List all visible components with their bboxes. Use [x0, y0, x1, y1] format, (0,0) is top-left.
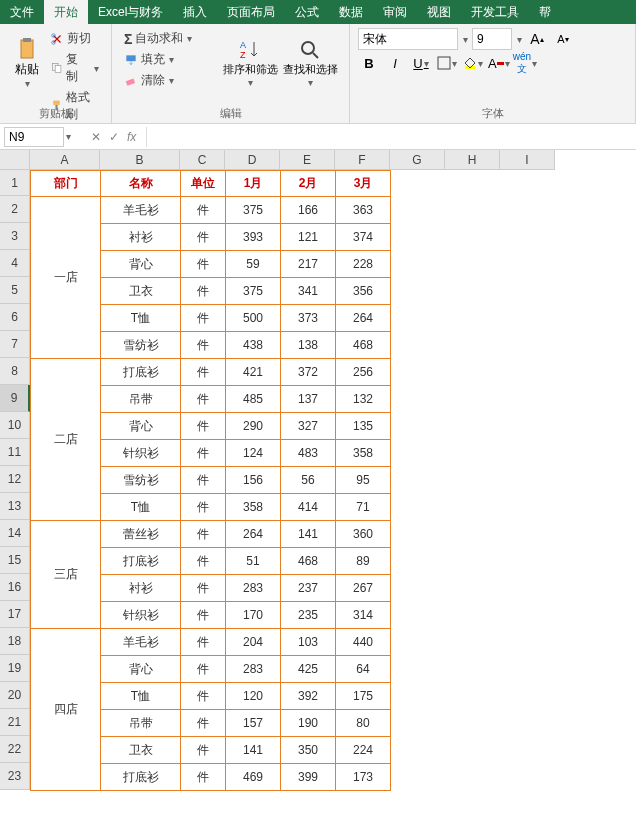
table-cell[interactable]: 件 [181, 278, 226, 305]
col-header-C[interactable]: C [180, 150, 225, 170]
table-header[interactable]: 单位 [181, 171, 226, 197]
table-cell[interactable]: 件 [181, 629, 226, 656]
table-cell[interactable]: 290 [226, 413, 281, 440]
table-cell[interactable]: 件 [181, 359, 226, 386]
table-cell[interactable]: 372 [281, 359, 336, 386]
row-header-20[interactable]: 20 [0, 682, 30, 709]
table-cell[interactable]: 314 [336, 602, 391, 629]
table-cell[interactable]: 件 [181, 305, 226, 332]
table-cell[interactable]: 背心 [101, 251, 181, 278]
table-cell[interactable]: 件 [181, 413, 226, 440]
table-cell[interactable]: 190 [281, 710, 336, 737]
table-cell[interactable]: 483 [281, 440, 336, 467]
table-cell[interactable]: 170 [226, 602, 281, 629]
table-cell[interactable]: 121 [281, 224, 336, 251]
table-cell[interactable]: 打底衫 [101, 764, 181, 791]
row-header-4[interactable]: 4 [0, 250, 30, 277]
sort-filter-button[interactable]: AZ 排序和筛选▾ [220, 28, 280, 98]
table-cell[interactable]: 256 [336, 359, 391, 386]
fx-icon[interactable]: fx [127, 130, 136, 144]
menu-item-9[interactable]: 开发工具 [461, 0, 529, 24]
table-cell[interactable]: 267 [336, 575, 391, 602]
table-cell[interactable]: 392 [281, 683, 336, 710]
table-cell[interactable]: 件 [181, 683, 226, 710]
table-cell[interactable]: 228 [336, 251, 391, 278]
table-cell[interactable]: 件 [181, 332, 226, 359]
table-cell[interactable]: 衬衫 [101, 575, 181, 602]
row-header-8[interactable]: 8 [0, 358, 30, 385]
table-cell[interactable]: 350 [281, 737, 336, 764]
autosum-button[interactable]: Σ 自动求和▾ [120, 28, 220, 49]
table-cell[interactable]: 399 [281, 764, 336, 791]
table-header[interactable]: 名称 [101, 171, 181, 197]
table-cell[interactable]: 95 [336, 467, 391, 494]
table-cell[interactable]: 51 [226, 548, 281, 575]
cells-area[interactable]: 部门名称单位1月2月3月一店羊毛衫件375166363衬衫件393121374背… [30, 170, 391, 791]
table-cell[interactable]: 背心 [101, 656, 181, 683]
table-cell[interactable]: 375 [226, 197, 281, 224]
table-cell[interactable]: 156 [226, 467, 281, 494]
table-cell[interactable]: 件 [181, 764, 226, 791]
table-cell[interactable]: 雪纺衫 [101, 332, 181, 359]
table-cell[interactable]: 针织衫 [101, 602, 181, 629]
table-cell[interactable]: 雪纺衫 [101, 467, 181, 494]
menu-item-10[interactable]: 帮 [529, 0, 561, 24]
table-cell[interactable]: 80 [336, 710, 391, 737]
table-cell[interactable]: 224 [336, 737, 391, 764]
table-cell[interactable]: 件 [181, 224, 226, 251]
table-cell[interactable]: 吊带 [101, 710, 181, 737]
increase-font-button[interactable]: A▴ [526, 28, 548, 50]
col-header-A[interactable]: A [30, 150, 100, 170]
fill-button[interactable]: 填充▾ [120, 49, 220, 70]
cancel-icon[interactable]: ✕ [91, 130, 101, 144]
table-cell[interactable]: 124 [226, 440, 281, 467]
table-cell[interactable]: 500 [226, 305, 281, 332]
table-header[interactable]: 1月 [226, 171, 281, 197]
phonetic-button[interactable]: wén文▾ [514, 52, 536, 74]
table-cell[interactable]: 421 [226, 359, 281, 386]
table-header[interactable]: 3月 [336, 171, 391, 197]
fill-color-button[interactable]: ▾ [462, 52, 484, 74]
table-cell[interactable]: 440 [336, 629, 391, 656]
table-cell[interactable]: 264 [336, 305, 391, 332]
row-header-17[interactable]: 17 [0, 601, 30, 628]
enter-icon[interactable]: ✓ [109, 130, 119, 144]
table-cell[interactable]: 264 [226, 521, 281, 548]
border-button[interactable]: ▾ [436, 52, 458, 74]
table-cell[interactable]: 327 [281, 413, 336, 440]
row-header-7[interactable]: 7 [0, 331, 30, 358]
col-header-D[interactable]: D [225, 150, 280, 170]
table-cell[interactable]: 件 [181, 737, 226, 764]
menu-item-3[interactable]: 插入 [173, 0, 217, 24]
table-cell[interactable]: T恤 [101, 305, 181, 332]
table-cell[interactable]: 56 [281, 467, 336, 494]
row-header-21[interactable]: 21 [0, 709, 30, 736]
table-cell[interactable]: 375 [226, 278, 281, 305]
table-cell[interactable]: 157 [226, 710, 281, 737]
table-cell[interactable]: 468 [336, 332, 391, 359]
find-select-button[interactable]: 查找和选择▾ [280, 28, 340, 98]
row-header-18[interactable]: 18 [0, 628, 30, 655]
table-cell[interactable]: 393 [226, 224, 281, 251]
formula-input[interactable] [146, 127, 636, 147]
table-cell[interactable]: 件 [181, 656, 226, 683]
table-cell[interactable]: 件 [181, 251, 226, 278]
table-cell[interactable]: T恤 [101, 683, 181, 710]
table-cell[interactable]: 103 [281, 629, 336, 656]
italic-button[interactable]: I [384, 52, 406, 74]
table-header[interactable]: 2月 [281, 171, 336, 197]
table-cell[interactable]: 件 [181, 575, 226, 602]
table-cell[interactable]: T恤 [101, 494, 181, 521]
copy-button[interactable]: 复制▾ [46, 49, 103, 87]
row-header-19[interactable]: 19 [0, 655, 30, 682]
table-cell[interactable]: 71 [336, 494, 391, 521]
col-header-I[interactable]: I [500, 150, 555, 170]
table-cell[interactable]: 吊带 [101, 386, 181, 413]
table-cell[interactable]: 卫衣 [101, 278, 181, 305]
table-cell[interactable]: 件 [181, 521, 226, 548]
namebox-dropdown[interactable]: ▾ [66, 131, 71, 142]
dept-cell[interactable]: 三店 [31, 521, 101, 629]
row-header-3[interactable]: 3 [0, 223, 30, 250]
table-cell[interactable]: 件 [181, 197, 226, 224]
table-cell[interactable]: 132 [336, 386, 391, 413]
